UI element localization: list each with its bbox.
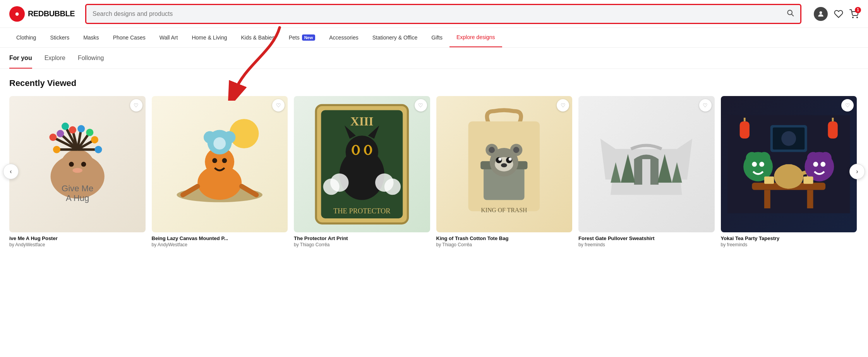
product-illustration-1: Give Me A Hug xyxy=(16,103,139,225)
product-name-5: Forest Gate Pullover Sweatshirt xyxy=(578,235,715,241)
tab-following[interactable]: Following xyxy=(78,48,104,69)
search-bar xyxy=(85,4,801,24)
svg-point-86 xyxy=(746,152,758,164)
product-name-3: The Protector Art Print xyxy=(294,235,430,241)
product-image-3: XIII xyxy=(294,96,430,232)
svg-point-21 xyxy=(62,122,69,130)
product-name-4: King of Trash Cotton Tote Bag xyxy=(436,235,573,241)
nav-bar: Clothing Stickers Masks Phone Cases Wall… xyxy=(0,28,868,48)
wishlist-button[interactable] xyxy=(834,9,843,19)
svg-point-54 xyxy=(330,173,348,191)
svg-point-70 xyxy=(513,147,520,153)
pets-new-badge: New xyxy=(302,34,316,41)
wishlist-product-3[interactable]: ♡ xyxy=(415,99,427,112)
product-illustration-5 xyxy=(588,103,704,225)
svg-rect-84 xyxy=(784,164,794,170)
carousel-prev-button[interactable]: ‹ xyxy=(3,164,19,179)
product-card-1[interactable]: Give Me A Hug ♡ ive Me A Hug Poster by A… xyxy=(9,96,146,247)
svg-text:XIII: XIII xyxy=(350,115,374,128)
search-button[interactable] xyxy=(780,9,800,19)
cart-badge: 1 xyxy=(855,7,861,13)
nav-item-gifts[interactable]: Gifts xyxy=(424,28,449,47)
user-icon xyxy=(817,10,825,18)
nav-item-phone-cases[interactable]: Phone Cases xyxy=(106,28,153,47)
product-author-5: by freeminds xyxy=(578,242,715,247)
nav-item-home-living[interactable]: Home & Living xyxy=(185,28,234,47)
svg-text:Give Me: Give Me xyxy=(62,183,93,193)
svg-point-25 xyxy=(69,161,74,166)
tab-for-you[interactable]: For you xyxy=(9,48,32,69)
svg-point-92 xyxy=(819,152,832,164)
svg-point-26 xyxy=(81,161,86,166)
svg-point-19 xyxy=(91,136,98,143)
svg-point-3 xyxy=(853,17,853,18)
product-author-3: by Thiago Corrêa xyxy=(294,242,430,247)
svg-point-88 xyxy=(752,161,757,166)
logo-link[interactable]: ● REDBUBBLE xyxy=(9,6,79,22)
svg-point-22 xyxy=(49,134,57,141)
svg-point-23 xyxy=(94,146,102,153)
product-illustration-6 xyxy=(727,103,850,225)
product-card-6[interactable]: ♡ Yokai Tea Party Tapestry by freeminds xyxy=(721,96,857,247)
search-input[interactable] xyxy=(86,10,780,17)
product-image-6: ♡ xyxy=(721,96,857,232)
nav-item-stationery[interactable]: Stationery & Office xyxy=(365,28,424,47)
product-card-3[interactable]: XIII xyxy=(294,96,430,247)
svg-point-87 xyxy=(758,152,770,164)
svg-line-1 xyxy=(792,14,793,16)
nav-item-wall-art[interactable]: Wall Art xyxy=(153,28,185,47)
carousel-next-button[interactable]: › xyxy=(849,164,865,179)
wishlist-product-1[interactable]: ♡ xyxy=(130,99,142,112)
svg-point-89 xyxy=(759,161,764,166)
svg-point-6 xyxy=(60,149,94,184)
svg-rect-96 xyxy=(803,176,813,184)
tab-explore[interactable]: Explore xyxy=(45,48,65,69)
svg-text:A Hug: A Hug xyxy=(66,193,89,203)
cart-button[interactable]: 1 xyxy=(849,9,859,19)
product-card-4[interactable]: KING OF TRASH ♡ King of Trash Cotton Tot… xyxy=(436,96,573,247)
product-image-2: ♡ xyxy=(152,96,288,232)
product-image-1: Give Me A Hug ♡ xyxy=(9,96,146,232)
search-icon xyxy=(786,9,794,17)
logo-icon: ● xyxy=(9,6,25,22)
svg-point-4 xyxy=(857,17,858,18)
svg-point-27 xyxy=(72,168,82,173)
wishlist-product-5[interactable]: ♡ xyxy=(699,99,712,112)
wishlist-product-4[interactable]: ♡ xyxy=(557,99,569,112)
avatar-button[interactable] xyxy=(814,7,828,21)
nav-item-accessories[interactable]: Accessories xyxy=(322,28,365,47)
svg-point-93 xyxy=(813,161,818,166)
svg-point-51 xyxy=(354,146,358,154)
svg-point-18 xyxy=(86,129,93,136)
product-author-1: by AndyWestface xyxy=(9,242,146,247)
product-card-2[interactable]: ♡ Being Lazy Canvas Mounted P... by Andy… xyxy=(152,96,288,247)
header-icons: 1 xyxy=(814,7,859,21)
svg-point-39 xyxy=(222,158,227,163)
svg-point-91 xyxy=(807,152,820,164)
svg-point-46 xyxy=(346,136,378,168)
svg-point-20 xyxy=(57,130,64,137)
product-illustration-3: XIII xyxy=(311,103,413,225)
products-row: Give Me A Hug ♡ ive Me A Hug Poster by A… xyxy=(9,96,859,247)
svg-point-0 xyxy=(787,10,792,15)
main-content: Recently Viewed ‹ xyxy=(0,69,868,257)
wishlist-product-6[interactable]: ♡ xyxy=(841,99,854,112)
nav-item-clothing[interactable]: Clothing xyxy=(9,28,43,47)
wishlist-product-2[interactable]: ♡ xyxy=(272,99,285,112)
nav-item-explore-designs[interactable]: Explore designs xyxy=(449,28,502,47)
header: ● REDBUBBLE xyxy=(0,0,868,28)
nav-item-pets[interactable]: Pets New xyxy=(282,28,322,47)
svg-point-103 xyxy=(781,131,796,146)
nav-item-kids-babies[interactable]: Kids & Babies xyxy=(234,28,281,47)
product-name-6: Yokai Tea Party Tapestry xyxy=(721,235,857,241)
svg-rect-82 xyxy=(807,190,813,208)
svg-point-66 xyxy=(509,158,512,161)
nav-item-masks[interactable]: Masks xyxy=(76,28,106,47)
svg-rect-95 xyxy=(764,176,774,184)
product-author-2: by AndyWestface xyxy=(152,242,288,247)
svg-point-24 xyxy=(53,146,60,153)
nav-item-stickers[interactable]: Stickers xyxy=(43,28,76,47)
svg-rect-81 xyxy=(764,190,770,208)
product-card-5[interactable]: ♡ Forest Gate Pullover Sweatshirt by fre… xyxy=(578,96,715,247)
svg-point-65 xyxy=(499,158,502,161)
